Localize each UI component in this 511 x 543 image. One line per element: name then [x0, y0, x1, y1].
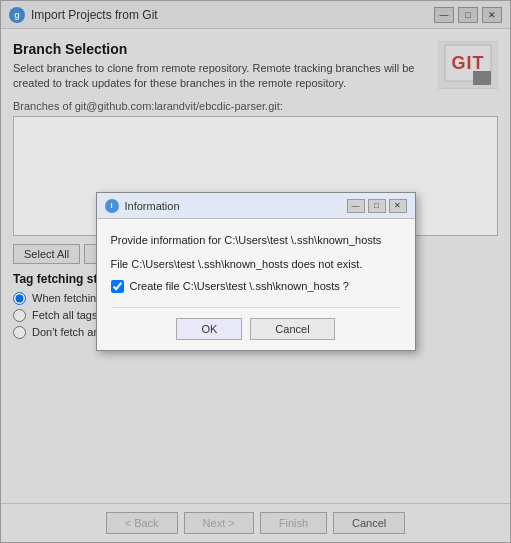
modal-body: Provide information for C:\Users\test \.…	[97, 219, 415, 350]
modal-checkbox-row: Create file C:\Users\test \.ssh\known_ho…	[111, 280, 401, 293]
modal-overlay: i Information — □ ✕ Provide information …	[1, 1, 510, 542]
modal-controls: — □ ✕	[347, 199, 407, 213]
modal-cancel-button[interactable]: Cancel	[250, 318, 334, 340]
modal-dialog: i Information — □ ✕ Provide information …	[96, 192, 416, 351]
modal-restore-button[interactable]: □	[368, 199, 386, 213]
modal-buttons: OK Cancel	[111, 307, 401, 340]
modal-message-2: File C:\Users\test \.ssh\known_hosts doe…	[111, 257, 401, 272]
modal-close-button[interactable]: ✕	[389, 199, 407, 213]
modal-title: Information	[125, 200, 341, 212]
modal-checkbox[interactable]	[111, 280, 124, 293]
modal-message-1: Provide information for C:\Users\test \.…	[111, 233, 401, 248]
modal-icon: i	[105, 199, 119, 213]
main-window: g Import Projects from Git — □ ✕ Branch …	[0, 0, 511, 543]
modal-title-bar: i Information — □ ✕	[97, 193, 415, 219]
modal-checkbox-label: Create file C:\Users\test \.ssh\known_ho…	[130, 280, 349, 292]
modal-ok-button[interactable]: OK	[176, 318, 242, 340]
modal-minimize-button[interactable]: —	[347, 199, 365, 213]
